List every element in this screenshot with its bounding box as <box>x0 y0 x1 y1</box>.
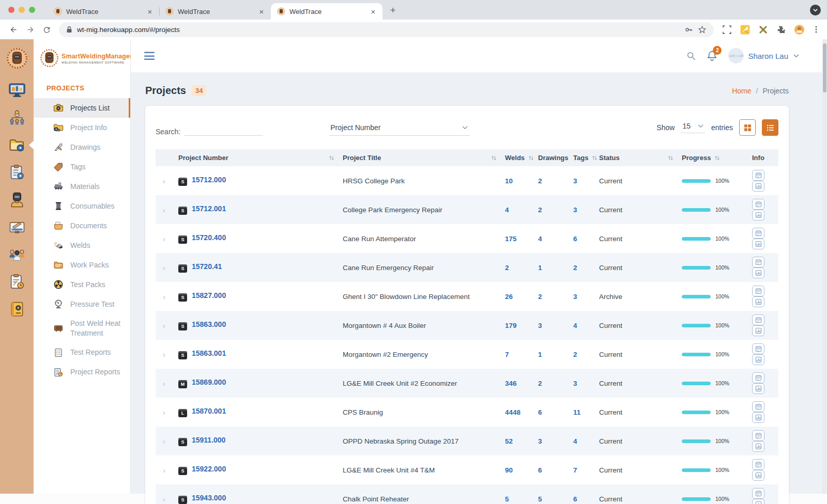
rail-item-projects-folder[interactable] <box>7 135 27 155</box>
sort-icon[interactable] <box>592 155 598 161</box>
project-number-link[interactable]: 15827.000 <box>192 291 226 300</box>
row-expand-chevron-icon[interactable]: › <box>156 224 174 253</box>
scrollbar-track[interactable] <box>822 39 827 494</box>
bookmark-star-icon[interactable] <box>698 25 707 34</box>
extensions-puzzle-icon[interactable] <box>776 24 787 35</box>
tags-count-link[interactable]: 2 <box>573 351 577 358</box>
sidebar-item-projects-list[interactable]: Projects List <box>34 98 130 118</box>
info-calendar-button[interactable] <box>752 459 764 470</box>
password-key-icon[interactable] <box>684 25 693 34</box>
tags-count-link[interactable]: 2 <box>573 264 577 272</box>
browser-tab[interactable]: WeldTrace× <box>48 3 159 20</box>
tags-count-link[interactable]: 6 <box>573 235 577 243</box>
drawings-count-link[interactable]: 2 <box>538 293 542 301</box>
search-input[interactable] <box>185 124 263 136</box>
project-number-link[interactable]: 15943.000 <box>192 494 226 502</box>
welds-count-link[interactable]: 5 <box>505 495 509 503</box>
window-minimize-button[interactable] <box>19 7 25 13</box>
welds-count-link[interactable]: 346 <box>505 380 517 387</box>
info-calendar-button[interactable] <box>752 314 764 325</box>
info-chart-button[interactable] <box>752 412 764 423</box>
drawings-count-link[interactable]: 2 <box>538 380 542 387</box>
hamburger-menu-icon[interactable] <box>144 52 155 60</box>
sort-icon[interactable] <box>329 155 334 161</box>
info-chart-button[interactable] <box>752 470 764 481</box>
row-expand-chevron-icon[interactable]: › <box>156 253 174 282</box>
project-number-link[interactable]: 15870.001 <box>192 407 226 415</box>
row-expand-chevron-icon[interactable]: › <box>156 311 174 340</box>
welds-count-link[interactable]: 7 <box>505 351 509 358</box>
sidebar-item-project-reports[interactable]: Project Reports <box>34 363 130 382</box>
tags-count-link[interactable]: 4 <box>573 437 577 445</box>
drawings-count-link[interactable]: 2 <box>538 177 542 185</box>
project-number-link[interactable]: 15922.000 <box>192 465 226 473</box>
sidebar-item-post-weld-heat-treatment[interactable]: Post Weld Heat Treatment <box>34 314 130 343</box>
row-expand-chevron-icon[interactable]: › <box>156 195 174 224</box>
tab-close-icon[interactable]: × <box>257 7 266 16</box>
info-calendar-button[interactable] <box>752 401 764 412</box>
drawings-count-link[interactable]: 5 <box>538 495 542 503</box>
breadcrumb-home-link[interactable]: Home <box>732 87 751 95</box>
info-chart-button[interactable] <box>752 181 764 192</box>
drawings-count-link[interactable]: 2 <box>538 206 542 214</box>
welds-count-link[interactable]: 4448 <box>505 408 520 416</box>
profile-extension-icon[interactable] <box>794 24 805 35</box>
sidebar-item-pressure-test[interactable]: Pressure Test <box>34 294 130 314</box>
sidebar-item-tags[interactable]: Tags <box>34 157 130 177</box>
sidebar-item-test-packs[interactable]: Test Packs <box>34 275 130 294</box>
drawings-count-link[interactable]: 1 <box>538 351 542 358</box>
drawings-count-link[interactable]: 1 <box>538 264 542 272</box>
info-chart-button[interactable] <box>752 441 764 452</box>
tags-count-link[interactable]: 6 <box>573 495 577 503</box>
info-chart-button[interactable] <box>752 383 764 394</box>
brand[interactable]: SmartWeldingManager WELDING MANAGEMENT S… <box>34 45 130 76</box>
window-close-button[interactable] <box>8 7 14 13</box>
rail-item-job-clipboard[interactable] <box>7 163 27 182</box>
screen-capture-icon[interactable] <box>722 24 732 35</box>
info-calendar-button[interactable] <box>752 343 764 354</box>
welds-count-link[interactable]: 52 <box>505 437 513 445</box>
rail-item-timesheet-clipboard[interactable] <box>7 272 27 292</box>
user-menu[interactable]: 128 x 128 Sharon Lau <box>728 48 799 64</box>
project-number-link[interactable]: 15911.000 <box>192 436 225 444</box>
window-controls[interactable] <box>8 7 35 13</box>
rail-item-welder[interactable] <box>7 190 27 210</box>
tags-count-link[interactable]: 7 <box>573 466 577 474</box>
browser-tab[interactable]: WeldTrace× <box>271 3 382 20</box>
info-calendar-button[interactable] <box>752 199 764 210</box>
info-chart-button[interactable] <box>752 499 764 504</box>
sort-icon[interactable] <box>491 155 497 161</box>
info-chart-button[interactable] <box>752 325 764 336</box>
info-chart-button[interactable] <box>752 210 764 220</box>
tab-search-button[interactable] <box>810 5 821 15</box>
browser-menu-icon[interactable] <box>811 25 821 34</box>
rail-item-org-chart[interactable] <box>7 108 27 128</box>
info-calendar-button[interactable] <box>752 372 764 383</box>
new-tab-button[interactable]: + <box>386 3 400 18</box>
welds-count-link[interactable]: 26 <box>505 293 513 301</box>
sidebar-item-consumables[interactable]: Consumables <box>34 196 130 216</box>
tags-count-link[interactable]: 3 <box>573 206 577 214</box>
rail-item-dashboard-monitor[interactable] <box>7 81 27 100</box>
project-number-link[interactable]: 15720.400 <box>192 233 226 242</box>
info-calendar-button[interactable] <box>752 286 764 296</box>
sidebar-item-drawings[interactable]: Drawings <box>34 137 130 157</box>
welds-count-link[interactable]: 90 <box>505 466 513 474</box>
info-chart-button[interactable] <box>752 296 764 307</box>
sidebar-item-project-info[interactable]: Project Info <box>34 118 130 137</box>
tags-count-link[interactable]: 3 <box>573 293 577 301</box>
search-icon[interactable] <box>686 51 696 60</box>
extension-bird-icon[interactable] <box>740 24 751 35</box>
drawings-count-link[interactable]: 4 <box>538 235 542 243</box>
drawings-count-link[interactable]: 6 <box>538 408 542 416</box>
sidebar-item-materials[interactable]: Materials <box>34 177 130 196</box>
grid-view-button[interactable] <box>739 119 756 136</box>
info-chart-button[interactable] <box>752 267 764 278</box>
tab-close-icon[interactable]: × <box>369 7 377 16</box>
tags-count-link[interactable]: 3 <box>573 177 577 185</box>
project-number-link[interactable]: 15863.001 <box>192 349 226 357</box>
list-view-button[interactable] <box>762 119 778 136</box>
row-expand-chevron-icon[interactable]: › <box>156 340 174 369</box>
info-chart-button[interactable] <box>752 239 764 249</box>
drawings-count-link[interactable]: 6 <box>538 466 542 474</box>
